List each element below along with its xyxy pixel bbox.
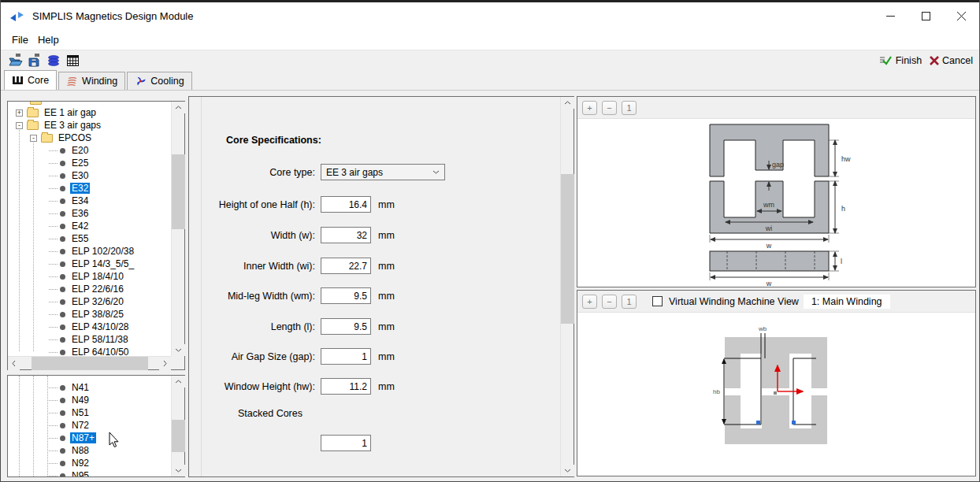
menu-file[interactable]: File — [7, 32, 33, 47]
scroll-thumb[interactable] — [561, 174, 574, 324]
tree-item[interactable]: N92 — [8, 457, 171, 469]
database-button[interactable] — [45, 54, 62, 68]
tree-item[interactable]: E25 — [8, 157, 171, 169]
tree-item[interactable]: E20 — [8, 144, 171, 157]
collapse-icon[interactable]: - — [30, 135, 37, 142]
menu-help[interactable]: Help — [33, 32, 64, 47]
cancel-button[interactable]: Cancel — [930, 55, 973, 66]
scroll-thumb[interactable] — [32, 357, 148, 370]
zoom-in-button[interactable]: + — [582, 295, 597, 309]
leaf-bullet-icon — [60, 161, 65, 166]
zoom-out-button[interactable]: − — [602, 295, 617, 309]
zoom-in-button[interactable]: + — [582, 101, 597, 115]
tree-item[interactable]: +EE 1 air gap — [8, 106, 171, 119]
folder-icon — [30, 102, 42, 105]
maximize-button[interactable] — [908, 2, 944, 30]
height-of-one-half-input[interactable] — [321, 196, 371, 213]
leaf-bullet-icon — [60, 173, 65, 179]
tree-item[interactable]: -EE 3 air gaps — [8, 119, 171, 132]
tree-item[interactable]: E30 — [8, 169, 171, 182]
vwm-winding-selector[interactable]: 1: Main Winding — [804, 295, 890, 309]
tab-cooling[interactable]: Cooling — [127, 72, 191, 90]
tree-item[interactable]: N87+ — [8, 432, 171, 444]
tree-item[interactable]: E36 — [8, 207, 171, 220]
tree-item[interactable]: ELP 14/3_5/5_ — [8, 258, 171, 270]
tree-item-label: N92 — [70, 458, 91, 469]
tree-item[interactable]: E34 — [8, 195, 171, 207]
scroll-up-icon[interactable] — [172, 102, 185, 113]
scroll-down-icon[interactable] — [561, 465, 574, 476]
field-unit: mm — [378, 321, 395, 332]
scroll-left-icon[interactable] — [8, 357, 20, 370]
tree-item[interactable]: ELP 38/8/25 — [8, 308, 171, 321]
tree-item-label: E34 — [70, 195, 90, 206]
tree-item[interactable]: ELP 18/4/10 — [8, 270, 171, 283]
tree-item[interactable]: E32 — [8, 182, 171, 195]
save-core-button[interactable] — [26, 54, 43, 68]
vwm-origin-marker — [774, 391, 777, 395]
scroll-down-icon[interactable] — [172, 465, 185, 476]
tab-winding[interactable]: Winding — [58, 72, 125, 90]
expand-icon[interactable]: + — [16, 109, 23, 117]
length-input[interactable] — [321, 318, 371, 335]
form-vscrollbar[interactable] — [560, 97, 574, 476]
mid-leg-width-input[interactable] — [321, 287, 371, 304]
vwm-panel: + − 1 Virtual Winding Machine View 1: Ma… — [577, 290, 976, 476]
width-input[interactable] — [321, 227, 371, 243]
stacked-cores-input[interactable] — [321, 435, 371, 451]
scroll-up-icon[interactable] — [561, 97, 574, 109]
tree-item[interactable]: -EPCOS — [8, 132, 171, 144]
zoom-one-button[interactable]: 1 — [622, 101, 637, 115]
field-unit: mm — [378, 230, 395, 241]
finish-button[interactable]: Finish — [880, 55, 922, 66]
svg-text:hb: hb — [713, 388, 720, 395]
finish-check-icon — [880, 55, 893, 65]
tab-core[interactable]: Core — [4, 70, 57, 90]
tree-item[interactable]: E55 — [8, 232, 171, 245]
core-tree-hscrollbar[interactable] — [8, 356, 171, 369]
material-tree-panel: N41N49N51N72N87+N88N92N95 — [7, 375, 185, 477]
zoom-out-button[interactable]: − — [602, 101, 617, 115]
tree-item[interactable]: N49 — [8, 394, 171, 406]
tree-item[interactable]: ELP 43/10/28 — [8, 321, 171, 333]
scroll-down-icon[interactable] — [172, 344, 185, 356]
tree-item-label: N87+ — [70, 432, 96, 443]
zoom-one-button[interactable]: 1 — [622, 295, 637, 309]
svg-text:h: h — [841, 205, 845, 213]
tree-item[interactable]: ELP 22/6/16 — [8, 283, 171, 295]
table-button[interactable] — [64, 54, 81, 68]
tree-item[interactable]: ELP 64/10/50 — [8, 346, 171, 356]
scroll-up-icon[interactable] — [172, 376, 185, 387]
zoom-one-icon: 1 — [626, 103, 631, 113]
vwm-diagram: hb wb — [577, 313, 975, 476]
svg-text:w: w — [766, 242, 772, 250]
inner-width-input[interactable] — [321, 258, 371, 274]
tree-item[interactable]: ELP 58/11/38 — [8, 333, 171, 346]
window-height-input[interactable] — [321, 378, 371, 395]
tree-item[interactable]: N51 — [8, 406, 171, 419]
tree-item[interactable]: N72 — [8, 419, 171, 432]
material-tree-vscrollbar[interactable] — [171, 376, 184, 476]
open-core-button[interactable] — [7, 54, 24, 68]
leaf-bullet-icon — [60, 236, 65, 242]
tree-item[interactable]: ELP 32/6/20 — [8, 295, 171, 308]
tab-winding-label: Winding — [82, 76, 117, 87]
scroll-thumb[interactable] — [172, 154, 185, 229]
scroll-thumb[interactable] — [172, 420, 185, 452]
core-type-select[interactable]: EE 3 air gaps — [321, 164, 445, 180]
tree-item[interactable]: N95 — [8, 469, 171, 476]
core-tree-vscrollbar[interactable] — [171, 102, 184, 356]
close-button[interactable] — [944, 2, 979, 30]
tree-item[interactable]: ELP 102/20/38 — [8, 245, 171, 258]
tree-item[interactable]: N88 — [8, 444, 171, 457]
core-diagram: gap hw h wm wi — [577, 119, 975, 287]
core-type-label: Core type: — [189, 167, 315, 178]
air-gap-size-input[interactable] — [321, 348, 371, 365]
vwm-checkbox[interactable] — [652, 296, 663, 306]
svg-text:gap: gap — [772, 161, 784, 169]
minimize-button[interactable] — [873, 2, 908, 30]
tree-item[interactable]: E42 — [8, 220, 171, 232]
scroll-right-icon[interactable] — [159, 357, 171, 370]
collapse-icon[interactable]: - — [16, 122, 23, 129]
tree-item[interactable]: N41 — [8, 381, 171, 394]
